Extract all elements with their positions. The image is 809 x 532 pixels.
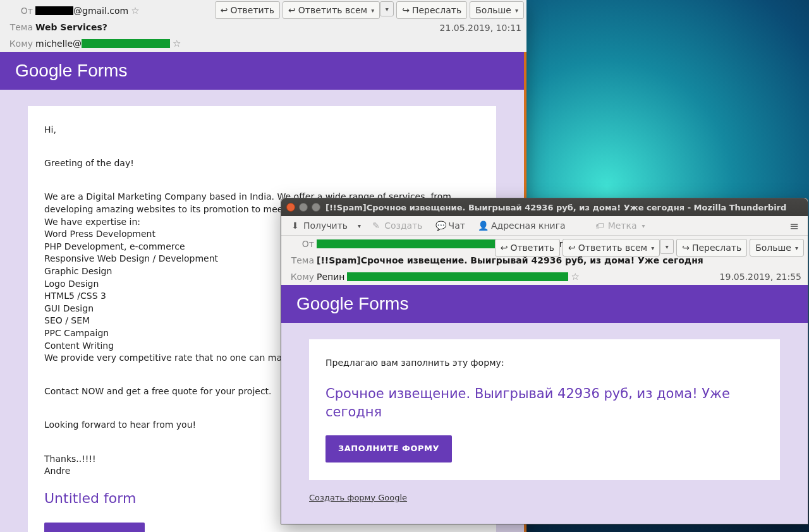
datetime-label: 19.05.2019, 21:55 (720, 272, 801, 282)
chat-icon: 💬 (435, 221, 446, 231)
get-mail-label: Получить (303, 221, 348, 231)
reply-all-label: Ответить всем (298, 5, 367, 15)
forward-button[interactable]: ↪ Переслать (676, 239, 747, 257)
reply-label: Ответить (230, 5, 274, 15)
reply-all-button[interactable]: ↩ Ответить всем ▾ (283, 1, 380, 19)
subject-value: Web Services? (35, 22, 107, 32)
forward-icon: ↪ (402, 5, 410, 15)
main-toolbar: ⬇ Получить ▾ ✎ Создать 💬 Чат 👤 Адресная … (281, 216, 808, 236)
chevron-down-icon: ▾ (795, 245, 798, 251)
close-icon[interactable] (286, 203, 295, 212)
invite-text: Предлагаю вам заполнить эту форму: (325, 357, 763, 370)
reply-all-button[interactable]: ↩ Ответить всем ▾ (563, 239, 660, 257)
google-forms-section: Google Forms Предлагаю вам заполнить эту… (281, 285, 808, 524)
abook-label: Адресная книга (491, 221, 566, 231)
reply-all-label: Ответить всем (578, 243, 647, 253)
compose-label: Создать (384, 221, 422, 231)
to-label: Кому (4, 39, 35, 49)
subject-label: Тема (285, 255, 317, 265)
window-title: [!!Spam]Срочное извещение. Выигрывай 429… (325, 203, 786, 212)
action-bar-1: ↩ Ответить ↩ Ответить всем ▾ ▾ ↪ Пересла… (215, 1, 524, 19)
from-label: От (285, 239, 317, 249)
reply-all-icon: ↩ (288, 5, 296, 15)
tag-label: Метка (608, 221, 637, 231)
forward-label: Переслать (412, 5, 461, 15)
fill-out-form-button[interactable]: FILL OUT FORM (44, 523, 145, 532)
from-value: @gmail.com (73, 6, 128, 16)
redacted-green (82, 39, 170, 48)
chat-label: Чат (449, 221, 465, 231)
tag-icon: 🏷 (595, 221, 605, 231)
window-controls (286, 203, 320, 212)
form-title: Срочное извещение. Выигрывай 42936 руб, … (325, 385, 763, 422)
reply-icon: ↩ (221, 5, 228, 15)
chevron-down-icon: ▾ (651, 245, 654, 251)
window-title-bar: [!!Spam]Срочное извещение. Выигрывай 429… (281, 198, 808, 216)
get-mail-button[interactable]: ⬇ Получить (286, 219, 351, 233)
reply-button[interactable]: ↩ Ответить (215, 1, 280, 19)
google-forms-header: Google Forms (281, 285, 808, 323)
chat-button[interactable]: 💬 Чат (432, 219, 469, 233)
google-forms-header: Google Forms (0, 52, 524, 90)
action-bar-2: ↩ Ответить ↩ Ответить всем ▾ ▾ ↪ Пересла… (495, 239, 804, 257)
more-button[interactable]: Больше ▾ (470, 1, 524, 19)
chevron-down-icon: ▾ (515, 7, 518, 14)
tag-button[interactable]: 🏷 Метка ▾ (591, 219, 649, 233)
create-form-link[interactable]: Создать форму Google (309, 493, 407, 502)
to-value: michelle@ (35, 39, 82, 49)
subject-value: [!!Spam]Срочное извещение. Выигрывай 429… (317, 255, 703, 265)
minimize-icon[interactable] (299, 203, 308, 212)
reply-all-menu-button[interactable]: ▾ (660, 239, 674, 254)
maximize-icon[interactable] (312, 203, 320, 212)
reply-icon: ↩ (501, 243, 508, 253)
redacted-green (317, 239, 513, 248)
star-icon[interactable]: ☆ (128, 6, 142, 16)
star-icon[interactable]: ☆ (568, 272, 581, 282)
pencil-icon: ✎ (371, 221, 381, 231)
redacted (35, 6, 73, 15)
menu-button[interactable]: ≡ (786, 219, 803, 233)
compose-button[interactable]: ✎ Создать (367, 219, 426, 233)
forward-icon: ↪ (682, 243, 690, 253)
to-label: Кому (285, 272, 317, 282)
subject-label: Тема (4, 22, 35, 32)
email-window-2: [!!Spam]Срочное извещение. Выигрывай 429… (281, 198, 808, 524)
google-logo-text: Google (296, 294, 353, 313)
forms-text: Forms (358, 294, 408, 313)
forward-button[interactable]: ↪ Переслать (396, 1, 467, 19)
star-icon[interactable]: ☆ (170, 39, 183, 49)
person-icon: 👤 (478, 221, 488, 231)
fill-out-form-button[interactable]: ЗАПОЛНИТЕ ФОРМУ (325, 435, 452, 462)
reply-all-menu-button[interactable]: ▾ (380, 1, 394, 16)
redacted-green (347, 272, 568, 281)
forms-body: Предлагаю вам заполнить эту форму: Срочн… (281, 323, 808, 524)
get-mail-menu[interactable]: ▾ (356, 221, 362, 231)
reply-label: Ответить (510, 243, 554, 253)
download-icon: ⬇ (290, 221, 300, 231)
datetime-label: 21.05.2019, 10:11 (440, 23, 521, 33)
more-label: Больше (755, 243, 791, 253)
google-logo-text: Google (15, 61, 72, 80)
from-label: От (4, 6, 35, 16)
chevron-down-icon: ▾ (642, 222, 645, 229)
chevron-down-icon: ▾ (371, 7, 374, 14)
address-book-button[interactable]: 👤 Адресная книга (474, 219, 569, 233)
forms-card: Предлагаю вам заполнить эту форму: Срочн… (309, 339, 780, 480)
more-label: Больше (475, 5, 511, 15)
forward-label: Переслать (692, 243, 741, 253)
reply-all-icon: ↩ (568, 243, 576, 253)
more-button[interactable]: Больше ▾ (750, 239, 804, 257)
to-value: Репин (317, 272, 344, 282)
reply-button[interactable]: ↩ Ответить (495, 239, 560, 257)
forms-text: Forms (77, 61, 127, 80)
